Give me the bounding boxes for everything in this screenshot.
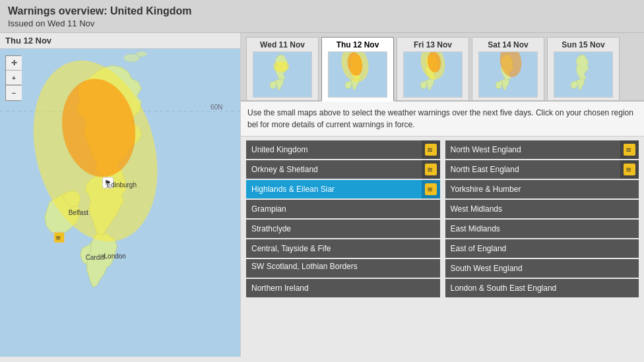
region-item-nw-england[interactable]: North West England ≋ [445,140,639,159]
wind-warning-icon: ≋ [425,144,437,156]
right-panel: Wed 11 Nov Thu 12 Nov [241,33,644,357]
region-col-left: United Kingdom ≋ Orkney & Shetland ≋ Hig… [246,140,440,353]
zoom-in-button[interactable]: + [6,71,22,85]
region-item-yorkshire[interactable]: Yorkshire & Humber [445,180,639,198]
region-item-grampian[interactable]: Grampian [246,200,440,218]
region-col-right: North West England ≋ North East England … [445,140,639,353]
region-item-central-tayside[interactable]: Central, Tayside & Fife [246,239,440,258]
tab-fri13[interactable]: Fri 13 Nov [397,37,469,100]
pan-control[interactable]: ✛ [6,56,22,71]
main-content: Thu 12 Nov 60N [0,33,644,357]
svg-text:Edinburgh: Edinburgh [107,181,137,189]
svg-text:≋: ≋ [626,146,631,154]
region-item-east-midlands[interactable]: East Midlands [445,220,639,238]
region-item-orkney-shetland[interactable]: Orkney & Shetland ≋ [246,160,440,179]
mini-map-sun15 [554,52,613,98]
region-item-united-kingdom[interactable]: United Kingdom ≋ [246,140,440,159]
tab-map-sun15 [554,51,613,98]
region-item-northern-ireland[interactable]: Northern Ireland [246,279,440,297]
svg-text:≋: ≋ [427,166,433,173]
svg-text:≋: ≋ [427,185,433,193]
mini-map-sat14 [479,52,538,98]
tab-sat14[interactable]: Sat 14 Nov [472,37,544,100]
mini-map-fri13 [404,52,463,98]
region-item-strathclyde[interactable]: Strathclyde [246,220,440,238]
svg-text:60N: 60N [210,104,222,111]
day-tabs: Wed 11 Nov Thu 12 Nov [241,33,644,102]
wind-warning-icon-ne: ≋ [624,164,635,175]
region-item-sw-scotland[interactable]: SW Scotland, Lothian Borders [246,259,440,278]
tab-map-sat14 [478,51,538,98]
tab-sun15[interactable]: Sun 15 Nov [547,37,620,100]
svg-point-16 [273,61,289,72]
region-item-ne-england[interactable]: North East England ≋ [445,160,639,179]
uk-map-svg: 60N [0,49,240,354]
page-header: Warnings overview: United Kingdom Issued… [0,0,644,33]
svg-text:Belfast: Belfast [69,209,89,216]
svg-text:Cardiff: Cardiff [86,254,105,261]
region-item-london-se[interactable]: London & South East England [445,279,639,297]
tab-thu12[interactable]: Thu 12 Nov [321,37,394,102]
svg-text:London: London [104,253,126,260]
tab-map-thu12 [328,51,387,98]
region-item-highlands[interactable]: Highlands & Eilean Siar ≋ [246,180,440,198]
region-list: United Kingdom ≋ Orkney & Shetland ≋ Hig… [241,136,644,357]
mini-map-thu12 [329,52,387,98]
svg-text:≋: ≋ [427,146,433,154]
tab-map-fri13 [403,51,463,98]
map-date-label: Thu 12 Nov [0,33,240,49]
tab-wed11[interactable]: Wed 11 Nov [246,37,319,100]
wind-warning-icon-nw: ≋ [624,144,635,156]
map-controls: ✛ + − [5,55,21,101]
wind-warning-icon-3: ≋ [425,183,437,195]
tab-map-wed11 [253,51,312,98]
map-container[interactable]: 60N [0,49,240,354]
map-panel: Thu 12 Nov 60N [0,33,241,357]
info-text: Use the small maps above to select the w… [241,102,644,136]
page-title: Warnings overview: United Kingdom [8,5,636,17]
zoom-out-button[interactable]: − [6,86,22,100]
svg-text:≋: ≋ [626,166,631,173]
issue-date: Issued on Wed 11 Nov [8,18,636,28]
svg-text:≋: ≋ [55,234,61,241]
wind-warning-icon-2: ≋ [425,164,437,175]
region-item-sw-england[interactable]: South West England [445,259,639,278]
region-item-east-england[interactable]: East of England [445,239,639,258]
svg-point-4 [136,51,146,57]
region-item-west-midlands[interactable]: West Midlands [445,200,639,218]
mini-map-wed11 [253,52,312,98]
